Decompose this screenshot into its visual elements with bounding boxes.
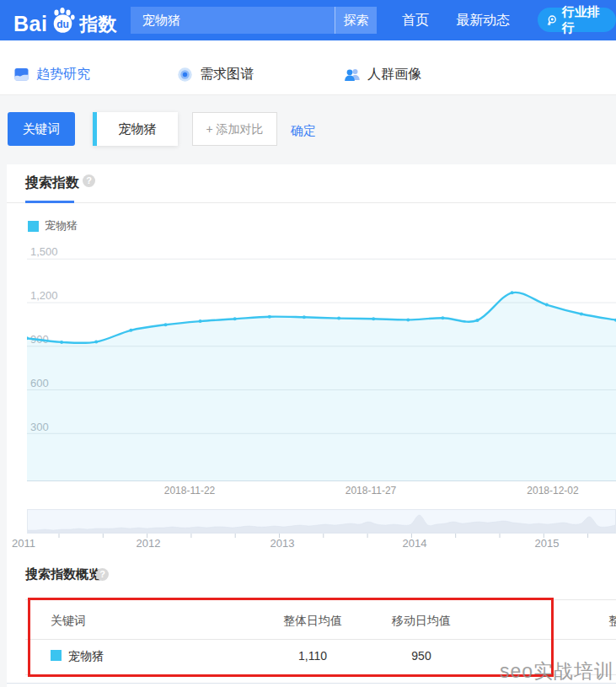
search-input[interactable]: 宠物猪	[131, 7, 335, 34]
year-tick: 2013	[271, 537, 295, 550]
keyword-swatch	[51, 650, 62, 661]
tab-audience-profile[interactable]: 人群画像	[344, 66, 421, 83]
baidu-index-page: Bai du 指数 宠物猪 探索 首页 最新动态 行业排行	[0, 0, 616, 687]
x-axis-tick: 2018-11-22	[164, 485, 216, 496]
x-axis-tick: 2018-12-02	[527, 485, 578, 496]
year-tick: 2015	[535, 537, 560, 550]
svg-text:du: du	[57, 19, 70, 30]
navigator-mini-chart	[28, 510, 615, 533]
industry-rank-button[interactable]: 行业排行	[538, 8, 616, 32]
table-top-border	[25, 599, 616, 600]
secondary-nav: 趋势研究 需求图谱 人群画像	[0, 40, 616, 95]
col-header-overall-daily-avg: 整体日均值	[283, 614, 342, 629]
help-icon[interactable]: ?	[96, 568, 109, 581]
x-axis-tick: 2018-11-27	[345, 485, 397, 496]
confirm-link[interactable]: 确定	[291, 123, 316, 139]
top-header: Bai du 指数 宠物猪 探索 首页 最新动态 行业排行	[0, 0, 616, 40]
industry-rank-label: 行业排行	[562, 4, 605, 36]
year-tick: 2011	[12, 537, 35, 550]
tab-trend-research[interactable]: 趋势研究	[13, 66, 90, 83]
logo-text-bai: Bai	[13, 12, 47, 36]
divider	[7, 202, 616, 203]
search-index-card: 搜索指数 ? 宠物猪 1,500 1,200 900 600 300 2018-…	[7, 164, 616, 687]
medal-icon	[546, 13, 558, 27]
search-button[interactable]: 探索	[335, 7, 377, 34]
watermark: seo实战培训	[500, 658, 614, 684]
chart-legend: 宠物猪	[28, 218, 78, 233]
nav-latest-news[interactable]: 最新动态	[456, 12, 510, 30]
col-header-clipped: 整	[608, 614, 616, 629]
tab-demand-map-label: 需求图谱	[200, 66, 254, 83]
col-header-mobile-daily-avg: 移动日均值	[392, 614, 451, 629]
cell-keyword: 宠物猪	[68, 649, 104, 664]
navigator-axis-ticks	[27, 534, 616, 539]
logo-text-suffix: 指数	[79, 12, 116, 37]
cell-mobile-daily-avg: 950	[411, 649, 431, 663]
year-tick: 2014	[403, 537, 427, 550]
table-row-divider	[25, 639, 616, 640]
keyword-chip[interactable]: 宠物猪	[93, 112, 178, 146]
legend-swatch	[28, 221, 39, 232]
timeline-navigator[interactable]	[27, 509, 616, 534]
col-header-keyword: 关键词	[51, 614, 86, 629]
add-compare-button[interactable]: + 添加对比	[192, 112, 277, 146]
section-title-overview: 搜索指数概览	[25, 566, 101, 582]
trend-chart-icon	[13, 67, 29, 83]
baidu-index-logo[interactable]: Bai du 指数	[13, 5, 116, 37]
year-tick: 2012	[137, 537, 161, 550]
search-index-line-chart[interactable]	[27, 244, 616, 481]
tab-trend-research-label: 趋势研究	[36, 66, 90, 83]
tab-demand-map[interactable]: 需求图谱	[177, 66, 254, 83]
baidu-paw-icon: du	[48, 6, 78, 36]
red-annotation-rectangle	[28, 598, 554, 677]
keyword-type-button[interactable]: 关键词	[8, 112, 75, 146]
tab-audience-profile-label: 人群画像	[367, 66, 421, 83]
audience-icon	[344, 67, 361, 83]
active-tab-underline	[25, 201, 74, 203]
demand-map-icon	[177, 67, 193, 83]
nav-home[interactable]: 首页	[402, 12, 429, 30]
cell-overall-daily-avg: 1,110	[298, 649, 327, 663]
help-icon[interactable]: ?	[83, 174, 95, 187]
search-bar: 宠物猪 探索	[131, 7, 377, 34]
legend-label: 宠物猪	[45, 218, 78, 233]
section-title-search-index: 搜索指数	[25, 174, 79, 192]
